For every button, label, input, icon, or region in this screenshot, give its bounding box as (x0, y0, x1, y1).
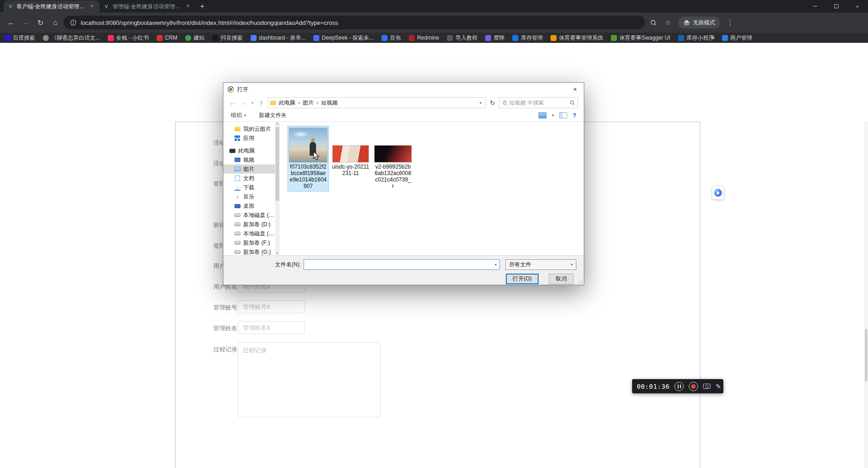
bookmark-item[interactable]: 导入教程 (447, 34, 477, 42)
bookmark-item[interactable]: 百度搜索 (5, 34, 35, 42)
organize-button[interactable]: 组织 ▾ (231, 111, 246, 119)
file-item-selected[interactable]: f07103c8352f2bcce8f1958aee9e1014b1604907 (288, 126, 328, 191)
bookmark-label: 体育赛事管理系统 (559, 34, 603, 42)
bookmark-item[interactable]: DeepSeek - 探索未... (313, 34, 374, 42)
recent-locations-chevron-icon[interactable]: ▾ (250, 101, 255, 105)
incognito-badge[interactable]: 无痕模式 (678, 17, 720, 29)
sidebar-item-pictures[interactable]: 图片 (223, 164, 275, 174)
bookmark-item[interactable]: dashboard - 录单... (251, 34, 305, 42)
page-scrollbar-thumb[interactable] (865, 329, 868, 382)
bookmark-item[interactable]: CRM (157, 35, 177, 41)
maximize-button[interactable] (826, 0, 847, 12)
dialog-title: 打开 (237, 86, 248, 94)
bookmark-item[interactable]: 商户管理 (722, 34, 752, 42)
file-item[interactable]: v2-b98925b2b6ab132ac6008c021c4c0739_r (373, 126, 413, 191)
back-button[interactable]: ← (5, 16, 18, 29)
favicon-icon (512, 35, 518, 41)
dialog-navbar: ← → ▾ ↑ 此电脑 › 图片 › 短视频 ▾ ↻ (223, 96, 584, 110)
sidebar-item-disk-e[interactable]: 本地磁盘 (E:) (223, 229, 275, 238)
bookmarks-overflow-icon[interactable]: » (711, 34, 715, 41)
site-info-icon[interactable] (70, 19, 76, 26)
favicon-icon (409, 35, 415, 41)
tab-close-icon[interactable]: × (184, 3, 192, 10)
bookmark-item[interactable]: 体育赛事Swagger UI (611, 34, 670, 42)
new-tab-button[interactable]: + (195, 0, 209, 12)
file-type-select[interactable]: 所有文件 ▾ (505, 259, 576, 270)
filename-input[interactable] (304, 262, 492, 268)
reload-button[interactable]: ↻ (34, 16, 47, 29)
sidebar-item-desktop[interactable]: 桌面 (223, 201, 275, 211)
dialog-close-button[interactable]: × (567, 83, 583, 95)
breadcrumb-item-shortvideo[interactable]: 短视频 (321, 99, 338, 107)
scroll-down-icon[interactable]: ▼ (275, 252, 280, 255)
process-record-textarea[interactable] (238, 342, 381, 417)
bookmark-item[interactable]: 爱降 (485, 34, 504, 42)
forward-button[interactable]: → (19, 16, 32, 29)
breadcrumb-item-pictures[interactable]: 图片 (303, 99, 314, 107)
page-scrollbar[interactable] (864, 122, 868, 468)
bookmark-item[interactable]: 豆包 (381, 34, 401, 42)
sidebar-item-videos[interactable]: 视频 (223, 155, 275, 164)
sidebar-item-disk-c[interactable]: 本地磁盘 (C:) (223, 211, 275, 220)
sidebar-item-disk-g[interactable]: 新加卷 (G:) (223, 247, 275, 255)
bookmark-star-button[interactable]: ☆ (662, 16, 674, 29)
scroll-up-icon[interactable]: ▲ (275, 122, 280, 125)
bookmark-item[interactable]: 全栈 - 小红书 (108, 34, 149, 42)
sidebar-item-disk-f[interactable]: 新加卷 (F:) (223, 238, 275, 247)
sidebar-scrollbar[interactable]: ▲ ▼ (275, 122, 280, 255)
forward-icon[interactable]: → (239, 99, 248, 106)
sidebar-item-cloud-pictures[interactable]: 我的云图片 (223, 124, 275, 134)
bookmark-item[interactable]: 体育赛事管理系统 (551, 34, 603, 42)
thumbnail-view-icon[interactable] (539, 112, 546, 118)
sidebar-item-documents[interactable]: 文档 (223, 174, 275, 183)
bookmark-item[interactable]: 库存管理 (512, 34, 543, 42)
sidebar-item-apps[interactable]: 应用 (223, 134, 275, 143)
zoom-button[interactable] (647, 16, 660, 29)
camera-button[interactable] (703, 384, 710, 389)
caret-down-icon[interactable]: ▾ (552, 113, 554, 117)
dialog-search-box[interactable] (499, 97, 578, 108)
cancel-button[interactable]: 取消 (549, 274, 574, 284)
help-icon[interactable]: ? (573, 112, 576, 119)
dialog-command-bar: 组织 ▾ 新建文件夹 ▾ ? (223, 110, 584, 122)
admin-name-field[interactable] (238, 321, 305, 334)
bookmark-item[interactable]: 库存小程序 (678, 34, 714, 42)
breadcrumb-item-this-pc[interactable]: 此电脑 (279, 99, 295, 107)
minimize-button[interactable] (804, 0, 826, 12)
dialog-titlebar[interactable]: 打开 × (223, 83, 584, 96)
close-window-button[interactable]: × (847, 0, 868, 12)
tab-close-icon[interactable]: × (88, 3, 96, 10)
stop-record-button[interactable] (689, 382, 698, 391)
sidebar-scrollbar-thumb[interactable] (276, 127, 279, 201)
back-icon[interactable]: ← (228, 99, 237, 106)
dialog-search-input[interactable] (502, 99, 567, 106)
new-folder-button[interactable]: 新建文件夹 (259, 111, 287, 119)
admin-account-field[interactable] (238, 300, 305, 313)
bookmark-item[interactable]: Redmine (409, 35, 439, 41)
sidebar-item-music[interactable]: ♪音乐 (223, 192, 275, 201)
tab-client-system[interactable]: V 客户端-全民健身活动管理系统 × (4, 0, 100, 12)
home-button[interactable]: ⌂ (49, 16, 62, 29)
refresh-icon[interactable]: ↻ (488, 99, 497, 106)
preview-pane-icon[interactable] (559, 112, 567, 118)
bookmark-item[interactable]: 建站 (185, 34, 205, 42)
floating-assistant-button[interactable] (712, 186, 724, 199)
pause-button[interactable] (674, 382, 684, 391)
resize-grip[interactable] (578, 279, 583, 284)
filename-combobox[interactable]: ▾ (304, 259, 500, 270)
file-item[interactable]: uisdc-ys-20211231-11 (330, 126, 371, 178)
bookmark-item[interactable]: 《聊斋志异白话文... (43, 34, 100, 42)
address-bar[interactable]: localhost:8080/springbootavwmry8v/front/… (64, 16, 645, 29)
sidebar-item-this-pc[interactable]: 此电脑 (223, 146, 275, 155)
caret-down-icon[interactable]: ▾ (492, 263, 499, 267)
sidebar-item-downloads[interactable]: ↓下载 (223, 183, 275, 192)
sidebar-item-disk-d[interactable]: 新加卷 (D:) (223, 220, 275, 229)
pen-button[interactable]: ✎ (716, 383, 721, 390)
up-icon[interactable]: ↑ (257, 99, 266, 106)
breadcrumb-dropdown-icon[interactable]: ▾ (478, 101, 483, 105)
open-button[interactable]: 打开(O) (506, 274, 539, 284)
bookmark-item[interactable]: 抖音搜索 (212, 34, 243, 42)
tab-admin-system[interactable]: V 管理端-全民健身活动管理系统 × (100, 0, 195, 12)
breadcrumb[interactable]: 此电脑 › 图片 › 短视频 ▾ (268, 97, 486, 108)
browser-menu-button[interactable]: ⋮ (724, 16, 737, 29)
